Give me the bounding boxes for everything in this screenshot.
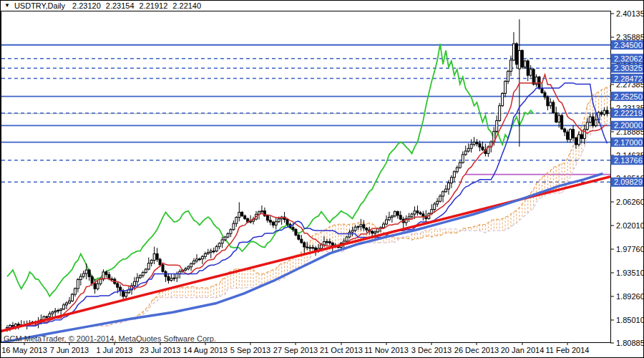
chart-title-bar: ▼ USDTRY,Daily 2.23120 2.23154 2.21912 2… [1, 1, 643, 11]
plot-area[interactable] [1, 19, 613, 342]
quote-high: 2.23154 [106, 1, 135, 10]
date-tick-label: 11 Nov 2013 [364, 346, 409, 354]
moving-average-blue [2, 174, 602, 342]
price-badge-label: 2.28472 [614, 74, 643, 83]
time-axis[interactable]: 16 May 20137 Jun 20131 Jul 201323 Jul 20… [1, 342, 589, 354]
price-badge-label: 2.20000 [614, 121, 643, 130]
price-badge-label: 2.34500 [614, 41, 643, 49]
quote-low: 2.21912 [140, 1, 168, 10]
date-tick-label: 5 Sep 2013 [230, 346, 270, 354]
price-badge-label: 2.32062 [614, 54, 643, 63]
copyright-label: GCM MetaTrader, © 2001-2014, MetaQuotes … [4, 334, 216, 343]
symbol-dropdown-icon[interactable]: ▼ [4, 1, 10, 11]
date-tick-label: 26 Dec 2013 [454, 346, 499, 354]
price-badge-label: 2.13766 [614, 156, 643, 165]
date-tick-label: 11 Feb 2014 [546, 346, 590, 354]
price-tick-label: 1.85010 [616, 316, 644, 324]
quote-open: 2.23120 [72, 1, 101, 10]
date-tick-label: 1 Jul 2013 [97, 346, 133, 354]
chart-window: ▼ USDTRY,Daily 2.23120 2.23154 2.21912 2… [0, 0, 644, 358]
symbol-timeframe-label: USDTRY,Daily [14, 1, 65, 10]
date-tick-label: 21 Oct 2013 [320, 346, 363, 354]
price-badge-label: 2.22219 [614, 109, 643, 117]
date-tick-label: 27 Sep 2013 [273, 346, 318, 354]
date-tick-label: 16 May 2013 [1, 346, 47, 354]
date-tick-label: 20 Jan 2014 [501, 346, 545, 354]
price-badge-label: 2.09829 [614, 178, 643, 186]
price-badge-label: 2.25250 [614, 92, 643, 101]
price-tick-label: 1.97760 [616, 245, 644, 253]
price-badge-label: 2.17000 [614, 138, 643, 147]
chikou-span [7, 44, 534, 296]
quote-close: 2.22140 [172, 1, 201, 10]
price-tick-label: 1.93510 [616, 268, 644, 277]
date-tick-label: 14 Aug 2013 [183, 346, 228, 354]
price-chart[interactable]: 2.401352.358852.316352.273852.231352.188… [1, 1, 644, 358]
date-tick-label: 3 Dec 2013 [411, 346, 452, 354]
price-badge-label: 2.30325 [614, 64, 643, 72]
price-badges: 2.345002.320622.303252.284722.252502.222… [611, 40, 644, 187]
date-tick-label: 7 Jun 2013 [50, 346, 89, 354]
price-tick-label: 1.89260 [616, 292, 644, 301]
price-tick-label: 2.02010 [616, 221, 644, 230]
price-tick-label: 1.80885 [616, 339, 644, 347]
date-tick-label: 23 Jul 2013 [140, 346, 181, 354]
candles [6, 19, 608, 332]
price-tick-label: 2.06260 [616, 198, 644, 206]
